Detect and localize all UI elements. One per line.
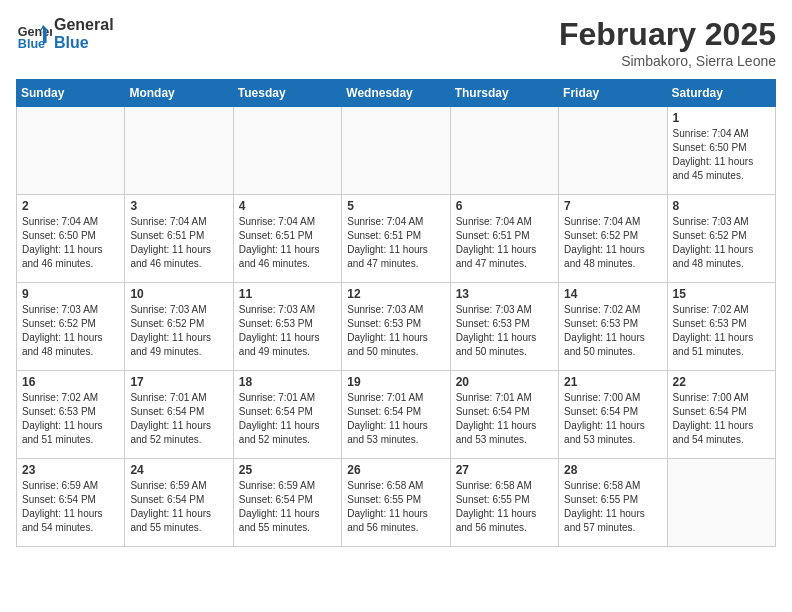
calendar-cell — [667, 459, 775, 547]
calendar-cell — [125, 107, 233, 195]
calendar-cell: 25Sunrise: 6:59 AM Sunset: 6:54 PM Dayli… — [233, 459, 341, 547]
day-info: Sunrise: 7:03 AM Sunset: 6:53 PM Dayligh… — [456, 303, 553, 359]
week-row-1: 2Sunrise: 7:04 AM Sunset: 6:50 PM Daylig… — [17, 195, 776, 283]
day-number: 20 — [456, 375, 553, 389]
calendar-cell: 19Sunrise: 7:01 AM Sunset: 6:54 PM Dayli… — [342, 371, 450, 459]
day-info: Sunrise: 7:04 AM Sunset: 6:51 PM Dayligh… — [239, 215, 336, 271]
calendar-cell: 13Sunrise: 7:03 AM Sunset: 6:53 PM Dayli… — [450, 283, 558, 371]
day-info: Sunrise: 6:58 AM Sunset: 6:55 PM Dayligh… — [456, 479, 553, 535]
calendar-cell: 16Sunrise: 7:02 AM Sunset: 6:53 PM Dayli… — [17, 371, 125, 459]
logo-text-line1: General — [54, 16, 114, 34]
calendar-cell: 26Sunrise: 6:58 AM Sunset: 6:55 PM Dayli… — [342, 459, 450, 547]
day-info: Sunrise: 7:02 AM Sunset: 6:53 PM Dayligh… — [22, 391, 119, 447]
week-row-2: 9Sunrise: 7:03 AM Sunset: 6:52 PM Daylig… — [17, 283, 776, 371]
day-number: 14 — [564, 287, 661, 301]
calendar-cell: 15Sunrise: 7:02 AM Sunset: 6:53 PM Dayli… — [667, 283, 775, 371]
day-number: 27 — [456, 463, 553, 477]
day-number: 17 — [130, 375, 227, 389]
calendar-cell: 27Sunrise: 6:58 AM Sunset: 6:55 PM Dayli… — [450, 459, 558, 547]
weekday-header-thursday: Thursday — [450, 80, 558, 107]
day-info: Sunrise: 6:58 AM Sunset: 6:55 PM Dayligh… — [564, 479, 661, 535]
calendar-cell: 21Sunrise: 7:00 AM Sunset: 6:54 PM Dayli… — [559, 371, 667, 459]
calendar-cell: 9Sunrise: 7:03 AM Sunset: 6:52 PM Daylig… — [17, 283, 125, 371]
day-number: 13 — [456, 287, 553, 301]
calendar-cell: 11Sunrise: 7:03 AM Sunset: 6:53 PM Dayli… — [233, 283, 341, 371]
calendar-cell: 22Sunrise: 7:00 AM Sunset: 6:54 PM Dayli… — [667, 371, 775, 459]
weekday-header-monday: Monday — [125, 80, 233, 107]
logo: General Blue General Blue — [16, 16, 114, 52]
day-info: Sunrise: 7:03 AM Sunset: 6:52 PM Dayligh… — [130, 303, 227, 359]
calendar-cell: 24Sunrise: 6:59 AM Sunset: 6:54 PM Dayli… — [125, 459, 233, 547]
calendar-table: SundayMondayTuesdayWednesdayThursdayFrid… — [16, 79, 776, 547]
week-row-0: 1Sunrise: 7:04 AM Sunset: 6:50 PM Daylig… — [17, 107, 776, 195]
day-number: 18 — [239, 375, 336, 389]
day-number: 5 — [347, 199, 444, 213]
day-number: 16 — [22, 375, 119, 389]
calendar-cell: 4Sunrise: 7:04 AM Sunset: 6:51 PM Daylig… — [233, 195, 341, 283]
month-title: February 2025 — [559, 16, 776, 53]
svg-text:Blue: Blue — [18, 37, 45, 51]
day-info: Sunrise: 7:04 AM Sunset: 6:51 PM Dayligh… — [130, 215, 227, 271]
day-number: 4 — [239, 199, 336, 213]
weekday-header-saturday: Saturday — [667, 80, 775, 107]
day-info: Sunrise: 7:01 AM Sunset: 6:54 PM Dayligh… — [456, 391, 553, 447]
week-row-4: 23Sunrise: 6:59 AM Sunset: 6:54 PM Dayli… — [17, 459, 776, 547]
day-info: Sunrise: 7:03 AM Sunset: 6:53 PM Dayligh… — [347, 303, 444, 359]
day-number: 10 — [130, 287, 227, 301]
calendar-cell: 2Sunrise: 7:04 AM Sunset: 6:50 PM Daylig… — [17, 195, 125, 283]
day-info: Sunrise: 7:01 AM Sunset: 6:54 PM Dayligh… — [239, 391, 336, 447]
day-info: Sunrise: 7:02 AM Sunset: 6:53 PM Dayligh… — [673, 303, 770, 359]
title-block: February 2025 Simbakoro, Sierra Leone — [559, 16, 776, 69]
calendar-cell: 8Sunrise: 7:03 AM Sunset: 6:52 PM Daylig… — [667, 195, 775, 283]
logo-text-line2: Blue — [54, 34, 114, 52]
day-info: Sunrise: 7:04 AM Sunset: 6:51 PM Dayligh… — [347, 215, 444, 271]
weekday-header-wednesday: Wednesday — [342, 80, 450, 107]
week-row-3: 16Sunrise: 7:02 AM Sunset: 6:53 PM Dayli… — [17, 371, 776, 459]
calendar-cell — [450, 107, 558, 195]
calendar-cell: 14Sunrise: 7:02 AM Sunset: 6:53 PM Dayli… — [559, 283, 667, 371]
weekday-header-row: SundayMondayTuesdayWednesdayThursdayFrid… — [17, 80, 776, 107]
day-number: 22 — [673, 375, 770, 389]
calendar-cell: 17Sunrise: 7:01 AM Sunset: 6:54 PM Dayli… — [125, 371, 233, 459]
weekday-header-tuesday: Tuesday — [233, 80, 341, 107]
day-number: 19 — [347, 375, 444, 389]
day-info: Sunrise: 7:04 AM Sunset: 6:50 PM Dayligh… — [22, 215, 119, 271]
calendar-cell — [17, 107, 125, 195]
calendar-cell: 5Sunrise: 7:04 AM Sunset: 6:51 PM Daylig… — [342, 195, 450, 283]
day-number: 7 — [564, 199, 661, 213]
calendar-cell — [233, 107, 341, 195]
calendar-cell: 28Sunrise: 6:58 AM Sunset: 6:55 PM Dayli… — [559, 459, 667, 547]
logo-icon: General Blue — [16, 16, 52, 52]
weekday-header-friday: Friday — [559, 80, 667, 107]
day-info: Sunrise: 6:59 AM Sunset: 6:54 PM Dayligh… — [22, 479, 119, 535]
day-info: Sunrise: 7:00 AM Sunset: 6:54 PM Dayligh… — [673, 391, 770, 447]
day-number: 24 — [130, 463, 227, 477]
day-number: 1 — [673, 111, 770, 125]
day-info: Sunrise: 7:04 AM Sunset: 6:50 PM Dayligh… — [673, 127, 770, 183]
day-number: 21 — [564, 375, 661, 389]
calendar-cell: 10Sunrise: 7:03 AM Sunset: 6:52 PM Dayli… — [125, 283, 233, 371]
day-info: Sunrise: 7:00 AM Sunset: 6:54 PM Dayligh… — [564, 391, 661, 447]
day-number: 23 — [22, 463, 119, 477]
day-info: Sunrise: 7:03 AM Sunset: 6:52 PM Dayligh… — [673, 215, 770, 271]
day-number: 15 — [673, 287, 770, 301]
day-info: Sunrise: 6:59 AM Sunset: 6:54 PM Dayligh… — [239, 479, 336, 535]
day-info: Sunrise: 7:03 AM Sunset: 6:53 PM Dayligh… — [239, 303, 336, 359]
day-number: 28 — [564, 463, 661, 477]
day-info: Sunrise: 7:04 AM Sunset: 6:51 PM Dayligh… — [456, 215, 553, 271]
calendar-cell: 23Sunrise: 6:59 AM Sunset: 6:54 PM Dayli… — [17, 459, 125, 547]
calendar-cell — [559, 107, 667, 195]
page-header: General Blue General Blue February 2025 … — [16, 16, 776, 69]
day-number: 3 — [130, 199, 227, 213]
calendar-cell: 18Sunrise: 7:01 AM Sunset: 6:54 PM Dayli… — [233, 371, 341, 459]
day-number: 26 — [347, 463, 444, 477]
calendar-cell: 1Sunrise: 7:04 AM Sunset: 6:50 PM Daylig… — [667, 107, 775, 195]
day-number: 2 — [22, 199, 119, 213]
day-number: 25 — [239, 463, 336, 477]
day-number: 9 — [22, 287, 119, 301]
day-info: Sunrise: 7:02 AM Sunset: 6:53 PM Dayligh… — [564, 303, 661, 359]
day-info: Sunrise: 7:01 AM Sunset: 6:54 PM Dayligh… — [347, 391, 444, 447]
calendar-cell: 20Sunrise: 7:01 AM Sunset: 6:54 PM Dayli… — [450, 371, 558, 459]
day-number: 6 — [456, 199, 553, 213]
location-subtitle: Simbakoro, Sierra Leone — [559, 53, 776, 69]
